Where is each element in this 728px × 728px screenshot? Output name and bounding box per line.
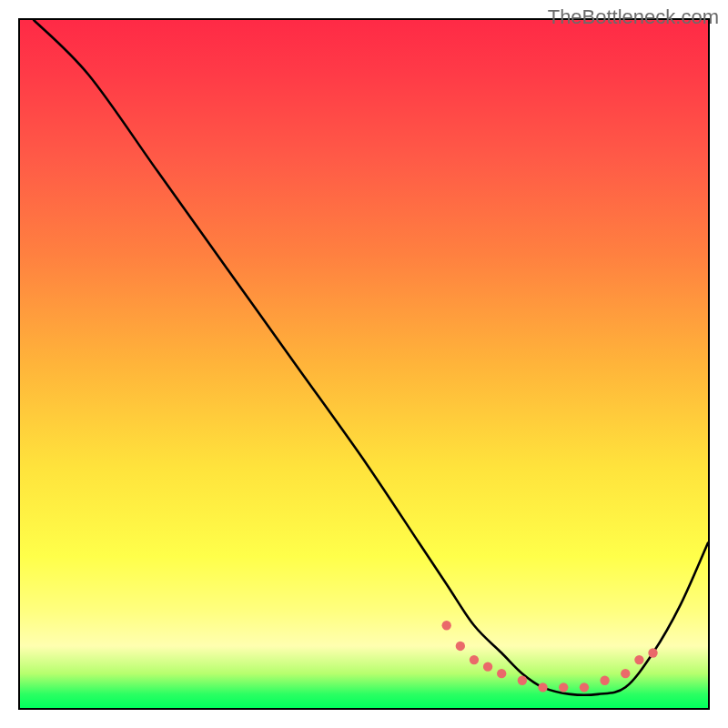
highlight-dot — [600, 676, 609, 685]
highlight-dot — [470, 655, 479, 664]
highlight-dot — [634, 655, 643, 664]
bottleneck-curve — [34, 20, 708, 695]
chart-svg — [20, 20, 708, 708]
highlight-dot — [518, 676, 527, 685]
plot-frame — [18, 18, 710, 710]
highlight-dot — [497, 669, 506, 678]
chart-container: TheBottleneck.com — [0, 0, 728, 728]
highlight-dot — [621, 669, 630, 678]
highlight-dots — [442, 621, 658, 692]
highlight-dot — [538, 682, 547, 692]
highlight-dot — [442, 621, 451, 630]
highlight-dot — [648, 648, 657, 657]
watermark-text: TheBottleneck.com — [548, 5, 719, 29]
highlight-dot — [580, 682, 589, 692]
highlight-dot — [456, 642, 465, 651]
highlight-dot — [483, 662, 492, 671]
highlight-dot — [559, 682, 568, 692]
